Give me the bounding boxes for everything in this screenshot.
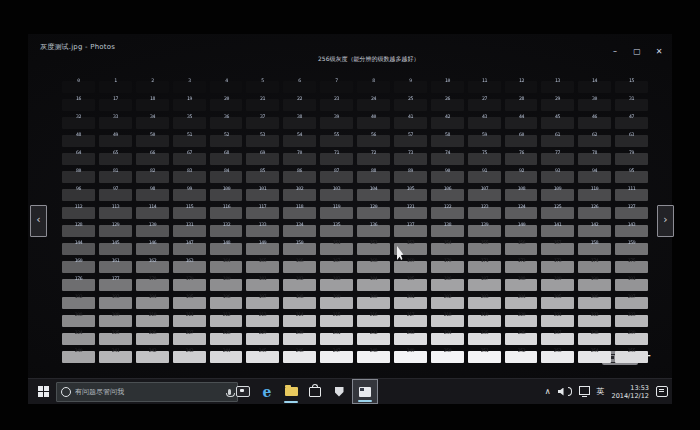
cell-swatch [541,207,574,219]
action-center-icon[interactable] [656,386,668,397]
cell-swatch [210,297,243,309]
cell-swatch [394,117,427,129]
cell-label: 17 [102,96,128,100]
grayscale-cell: 109 [541,184,574,202]
grayscale-cell: 69 [246,148,279,166]
grayscale-cell: 142 [578,220,611,238]
clock-time: 13:53 [630,384,649,392]
cell-swatch [62,225,95,237]
cell-swatch [173,243,206,255]
store-button[interactable] [304,379,326,404]
grayscale-cell: 151 [320,238,353,256]
maximize-button[interactable]: ▢ [630,46,644,58]
grayscale-cell: 115 [173,202,206,220]
grayscale-cell: 8 [357,76,390,94]
cell-label: 127 [618,204,644,208]
minimize-button[interactable]: – [608,46,622,58]
cell-label: 191 [618,276,644,280]
cell-label: 167 [323,258,349,262]
grayscale-cell: 149 [246,238,279,256]
file-explorer-button[interactable] [280,379,302,404]
defender-button[interactable] [328,379,350,404]
cell-swatch [394,153,427,165]
grayscale-cell: 197 [246,292,279,310]
cell-label: 29 [545,96,571,100]
task-view-button[interactable] [232,379,254,404]
previous-image-button[interactable]: ‹ [30,205,47,237]
cell-swatch [431,207,464,219]
cell-swatch [468,333,501,345]
cell-label: 174 [582,258,608,262]
cell-label: 42 [434,114,460,118]
cell-swatch [431,279,464,291]
show-hidden-icons-chevron[interactable]: ∧ [545,387,551,396]
cell-label: 14 [582,78,608,82]
grayscale-cell: 41 [394,112,427,130]
cell-swatch [431,261,464,273]
cell-label: 243 [176,348,202,352]
search-input[interactable]: 有问题尽管问我 [56,382,238,402]
cell-swatch [541,225,574,237]
volume-icon[interactable] [558,388,566,396]
cell-label: 43 [471,114,497,118]
grayscale-cell: 99 [173,184,206,202]
cell-label: 115 [176,204,202,208]
cell-label: 83 [176,168,202,172]
cell-label: 185 [397,276,423,280]
grayscale-cell: 75 [468,148,501,166]
grayscale-cell: 81 [99,166,132,184]
cell-swatch [578,333,611,345]
cell-label: 249 [397,348,423,352]
cell-swatch [394,297,427,309]
cell-swatch [320,297,353,309]
folder-icon [285,387,298,396]
cell-swatch [431,243,464,255]
cell-swatch [394,315,427,327]
cell-swatch [283,135,316,147]
microphone-icon[interactable] [228,389,231,395]
grayscale-cell: 80 [62,166,95,184]
grayscale-cell: 100 [210,184,243,202]
cell-swatch [468,261,501,273]
cell-swatch [246,135,279,147]
photos-app-button[interactable] [352,379,378,404]
grayscale-cell: 89 [394,166,427,184]
grayscale-cell: 67 [173,148,206,166]
cell-label: 57 [397,132,423,136]
cell-label: 46 [582,114,608,118]
cell-label: 126 [582,204,608,208]
language-indicator[interactable]: 英 [597,386,605,397]
cell-swatch [468,189,501,201]
clock[interactable]: 13:53 2014/12/12 [612,384,649,400]
cell-swatch [136,135,169,147]
internet-explorer-button[interactable]: e [256,379,278,404]
network-icon[interactable] [579,386,590,395]
cell-swatch [320,243,353,255]
cell-swatch [505,117,538,129]
cell-label: 144 [65,240,91,244]
cell-label: 34 [139,114,165,118]
cell-label: 96 [65,186,91,190]
cell-swatch [615,315,648,327]
cell-label: 90 [434,168,460,172]
grayscale-cell: 50 [136,130,169,148]
close-button[interactable]: ✕ [652,46,666,58]
cell-label: 253 [545,348,571,352]
grayscale-cell: 5 [246,76,279,94]
cell-label: 116 [213,204,239,208]
next-image-button[interactable]: › [657,205,674,237]
grayscale-cell: 44 [505,112,538,130]
cell-swatch [62,315,95,327]
cell-label: 131 [176,222,202,226]
cell-swatch [320,189,353,201]
grayscale-cell: 45 [541,112,574,130]
cell-swatch [431,153,464,165]
cell-label: 143 [618,222,644,226]
cell-label: 240 [65,348,91,352]
start-button[interactable] [32,379,54,404]
grayscale-cell: 172 [505,256,538,274]
cell-label: 102 [287,186,313,190]
cell-label: 20 [213,96,239,100]
cell-label: 241 [102,348,128,352]
grayscale-cell: 78 [578,148,611,166]
